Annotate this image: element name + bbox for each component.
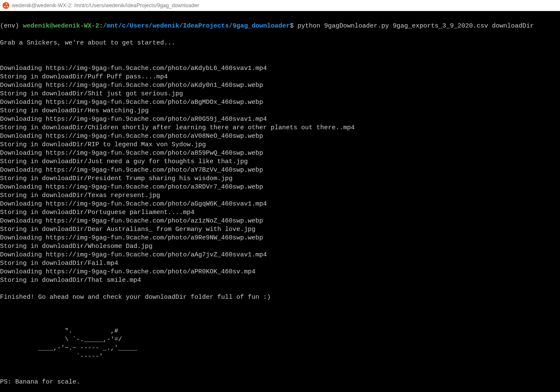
window-title: wedenik@wedenik-WX-2: /mnt/c/Users/weden…	[12, 1, 199, 10]
terminal-line: Downloading https://img-9gag-fun.9cache.…	[0, 81, 557, 90]
terminal-line: Storing in downloadDir/Just need a guy f…	[0, 158, 557, 166]
terminal-line: `-----'	[0, 353, 557, 361]
ubuntu-icon	[3, 2, 9, 9]
prompt-colon: :	[99, 22, 103, 30]
terminal-line: ____,-'~.~ ----- _.,'_____	[0, 344, 557, 353]
terminal-line: Storing in downloadDir/Portuguese parlia…	[0, 209, 557, 217]
terminal-line: Storing in downloadDir/Hes watching.jpg	[0, 107, 557, 115]
terminal-line: Downloading https://img-9gag-fun.9cache.…	[0, 64, 557, 73]
prompt-line: (env) wedenik@wedenik-WX-2:/mnt/c/Users/…	[0, 22, 557, 31]
terminal-line	[0, 302, 557, 310]
terminal-line: ". ,#	[0, 327, 557, 336]
terminal-line: Downloading https://img-9gag-fun.9cache.…	[0, 166, 557, 175]
terminal-line: Downloading https://img-9gag-fun.9cache.…	[0, 115, 557, 124]
terminal-line: Downloading https://img-9gag-fun.9cache.…	[0, 251, 557, 259]
terminal-line: Storing in downloadDir/Texas represent.j…	[0, 192, 557, 200]
terminal-line: Finished! Go ahead now and check your do…	[0, 293, 557, 302]
terminal-line: Storing in downloadDir/Fail.mp4	[0, 259, 557, 268]
terminal-line: Downloading https://img-9gag-fun.9cache.…	[0, 200, 557, 209]
terminal-line	[0, 56, 557, 64]
terminal-line: Storing in downloadDir/That smile.mp4	[0, 276, 557, 285]
terminal-line	[0, 47, 557, 56]
terminal-line: Downloading https://img-9gag-fun.9cache.…	[0, 149, 557, 158]
terminal-line	[0, 285, 557, 293]
terminal-line: Storing in downloadDir/Wholesome Dad.jpg	[0, 242, 557, 251]
terminal-line	[0, 310, 557, 319]
prompt-symbol: $	[290, 22, 294, 30]
terminal-line: Storing in downloadDir/President Trump s…	[0, 175, 557, 183]
terminal-line	[0, 361, 557, 370]
terminal-output[interactable]: (env) wedenik@wedenik-WX-2:/mnt/c/Users/…	[0, 11, 560, 392]
terminal-line: \ `-._____,-'=/	[0, 336, 557, 344]
terminal-line: Downloading https://img-9gag-fun.9cache.…	[0, 183, 557, 192]
command-text: python 9gagDownloader.py 9gag_exports_3_…	[294, 22, 534, 30]
venv-indicator: (env)	[0, 22, 19, 30]
window-titlebar[interactable]: wedenik@wedenik-WX-2: /mnt/c/Users/weden…	[0, 0, 560, 11]
cwd-path: /mnt/c/Users/wedenik/IdeaProjects/9gag_d…	[103, 22, 290, 30]
user-host: wedenik@wedenik-WX-2	[23, 22, 99, 30]
terminal-line: PS: Banana for scale.	[0, 378, 557, 386]
terminal-line: Storing in downloadDir/Children shortly …	[0, 124, 557, 132]
terminal-line: Storing in downloadDir/Dear Australians_…	[0, 225, 557, 234]
terminal-line: Downloading https://img-9gag-fun.9cache.…	[0, 217, 557, 225]
terminal-line: Downloading https://img-9gag-fun.9cache.…	[0, 234, 557, 242]
terminal-line: Downloading https://img-9gag-fun.9cache.…	[0, 132, 557, 141]
terminal-line: Storing in downloadDir/RIP to legend Max…	[0, 141, 557, 149]
terminal-line: Downloading https://img-9gag-fun.9cache.…	[0, 98, 557, 107]
terminal-line: Downloading https://img-9gag-fun.9cache.…	[0, 268, 557, 276]
terminal-line: Storing in downloadDir/Puff Puff pass...…	[0, 73, 557, 81]
terminal-line: Storing in downloadDir/Shit just got ser…	[0, 90, 557, 98]
terminal-line: Grab a Snickers, we're about to get star…	[0, 39, 557, 47]
terminal-line	[0, 370, 557, 378]
terminal-line	[0, 319, 557, 327]
